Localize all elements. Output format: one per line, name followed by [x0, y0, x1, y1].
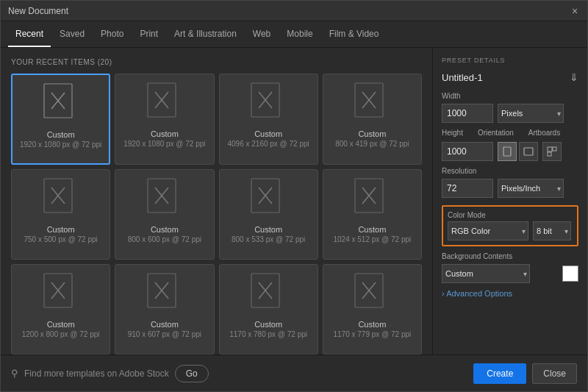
doc-item-0[interactable]: Custom 1920 x 1080 px @ 72 ppi — [11, 74, 110, 165]
doc-name-11: Custom — [358, 319, 386, 329]
portrait-button[interactable] — [498, 142, 517, 161]
width-section: Width Pixels Inches Centimeters — [442, 92, 578, 123]
bg-contents-section: Background Contents Custom White Black T… — [442, 252, 578, 283]
height-input[interactable] — [442, 142, 493, 161]
resolution-input[interactable] — [442, 179, 493, 198]
svg-rect-40 — [548, 152, 551, 156]
doc-icon-5 — [146, 177, 183, 220]
close-button[interactable]: Close — [532, 363, 577, 384]
doc-item-1[interactable]: Custom 1920 x 1080 px @ 72 ppi — [115, 74, 214, 165]
orientation-label: Orientation — [478, 129, 514, 137]
doc-size-1: 1920 x 1080 px @ 72 ppi — [123, 139, 205, 149]
resolution-unit-select[interactable]: Pixels/Inch Pixels/Centimeter — [498, 179, 564, 198]
height-section: Height Orientation Artboards — [442, 129, 578, 161]
color-depth-select[interactable]: 8 bit 16 bit 32 bit — [533, 221, 571, 240]
color-mode-select[interactable]: RGB Color CMYK Color Lab Color Grayscale — [448, 221, 528, 240]
doc-item-11[interactable]: Custom 1170 x 779 px @ 72 ppi — [323, 264, 422, 354]
tab-web[interactable]: Web — [245, 21, 278, 47]
title-bar: New Document × — [1, 1, 587, 21]
tab-photo[interactable]: Photo — [93, 21, 131, 47]
width-unit-select[interactable]: Pixels Inches Centimeters — [498, 104, 564, 123]
width-unit-wrapper: Pixels Inches Centimeters — [498, 104, 564, 123]
tab-art-illustration[interactable]: Art & Illustration — [167, 21, 244, 47]
window-close-button[interactable]: × — [570, 6, 580, 16]
color-mode-wrapper: RGB Color CMYK Color Lab Color Grayscale — [448, 221, 528, 240]
resolution-section: Resolution Pixels/Inch Pixels/Centimeter — [442, 167, 578, 198]
doc-icon-3 — [354, 82, 390, 124]
main-content: YOUR RECENT ITEMS (20) Custom 1920 x 108… — [1, 48, 587, 354]
doc-item-2[interactable]: Custom 4096 x 2160 px @ 72 ppi — [219, 74, 318, 165]
doc-icon-1 — [146, 82, 183, 124]
color-depth-wrapper: 8 bit 16 bit 32 bit — [533, 221, 571, 240]
go-button[interactable]: Go — [175, 365, 209, 382]
right-panel: PRESET DETAILS Untitled-1 ⇓ Width Pixels… — [433, 48, 587, 354]
tab-saved[interactable]: Saved — [52, 21, 92, 47]
doc-item-10[interactable]: Custom 1170 x 780 px @ 72 ppi — [219, 264, 318, 354]
doc-name-10: Custom — [254, 319, 282, 329]
doc-size-10: 1170 x 780 px @ 72 ppi — [229, 329, 307, 339]
doc-size-8: 1200 x 800 px @ 72 ppi — [22, 329, 100, 339]
preset-details-title: PRESET DETAILS — [442, 57, 578, 64]
doc-size-3: 800 x 419 px @ 72 ppi — [335, 139, 409, 149]
doc-name-0: Custom — [47, 129, 75, 140]
doc-item-9[interactable]: Custom 910 x 607 px @ 72 ppi — [115, 264, 214, 354]
doc-size-4: 750 x 500 px @ 72 ppi — [24, 235, 98, 244]
bottom-bar: ⚲ Find more templates on Adobe Stock Go … — [1, 354, 587, 391]
doc-item-7[interactable]: Custom 1024 x 512 px @ 72 ppi — [323, 169, 422, 260]
resolution-unit-wrapper: Pixels/Inch Pixels/Centimeter — [498, 179, 564, 198]
doc-item-8[interactable]: Custom 1200 x 800 px @ 72 ppi — [11, 264, 110, 354]
doc-size-9: 910 x 607 px @ 72 ppi — [128, 329, 201, 339]
doc-item-3[interactable]: Custom 800 x 419 px @ 72 ppi — [323, 74, 422, 165]
height-controls-row — [442, 142, 578, 161]
bg-contents-select[interactable]: Custom White Black Transparent — [442, 264, 530, 283]
doc-icon-10 — [250, 272, 287, 315]
width-row: Pixels Inches Centimeters — [442, 104, 578, 123]
doc-item-6[interactable]: Custom 588 x 392 px @ 72 ppi — [219, 169, 318, 260]
save-preset-icon[interactable]: ⇓ — [570, 71, 578, 83]
doc-name-6: Custom — [254, 224, 282, 235]
doc-size-11: 1170 x 779 px @ 72 ppi — [333, 329, 411, 339]
svg-rect-37 — [524, 148, 533, 155]
search-placeholder: Find more templates on Adobe Stock — [24, 368, 169, 379]
tab-recent[interactable]: Recent — [8, 21, 51, 47]
doc-name-8: Custom — [47, 319, 75, 329]
doc-icon-4 — [43, 177, 79, 220]
width-label: Width — [442, 92, 578, 100]
doc-name-5: Custom — [151, 224, 179, 235]
doc-name-7: Custom — [358, 224, 386, 235]
doc-icon-0 — [43, 82, 79, 125]
doc-icon-7 — [354, 177, 390, 220]
doc-name-1: Custom — [151, 129, 179, 139]
resolution-label: Resolution — [442, 167, 578, 175]
tab-mobile[interactable]: Mobile — [279, 21, 320, 47]
landscape-button[interactable] — [519, 142, 538, 161]
artboard-toggle[interactable] — [542, 142, 562, 161]
recent-section-title: YOUR RECENT ITEMS (20) — [11, 58, 422, 66]
doc-item-5[interactable]: Custom 800 x 600 px @ 72 ppi — [115, 169, 214, 260]
doc-item-4[interactable]: Custom 750 x 500 px @ 72 ppi — [11, 169, 110, 260]
color-mode-row: RGB Color CMYK Color Lab Color Grayscale… — [448, 221, 573, 240]
doc-icon-8 — [43, 272, 79, 315]
dialog-title: New Document — [8, 6, 68, 16]
bg-color-swatch[interactable] — [562, 266, 578, 282]
preset-name: Untitled-1 — [442, 72, 483, 83]
new-document-dialog: New Document × Recent Saved Photo Print … — [0, 0, 588, 392]
doc-size-6: 588 x 392 px @ 72 ppi — [232, 235, 305, 244]
doc-size-5: 800 x 600 px @ 72 ppi — [128, 235, 201, 244]
search-icon: ⚲ — [11, 368, 18, 379]
tab-print[interactable]: Print — [132, 21, 165, 47]
doc-icon-2 — [250, 82, 287, 124]
width-input[interactable] — [442, 104, 493, 123]
recent-items-grid: Custom 1920 x 1080 px @ 72 ppi Custom 19… — [11, 74, 422, 354]
doc-name-9: Custom — [151, 319, 179, 329]
doc-icon-9 — [146, 272, 183, 315]
svg-rect-38 — [548, 147, 552, 152]
doc-name-3: Custom — [358, 129, 386, 139]
advanced-options-link[interactable]: Advanced Options — [442, 289, 578, 298]
tabs-bar: Recent Saved Photo Print Art & Illustrat… — [1, 21, 587, 48]
doc-icon-6 — [250, 177, 287, 220]
doc-size-7: 1024 x 512 px @ 72 ppi — [333, 235, 411, 244]
tab-film-video[interactable]: Film & Video — [322, 21, 387, 47]
create-button[interactable]: Create — [473, 363, 526, 384]
svg-rect-39 — [553, 147, 556, 151]
